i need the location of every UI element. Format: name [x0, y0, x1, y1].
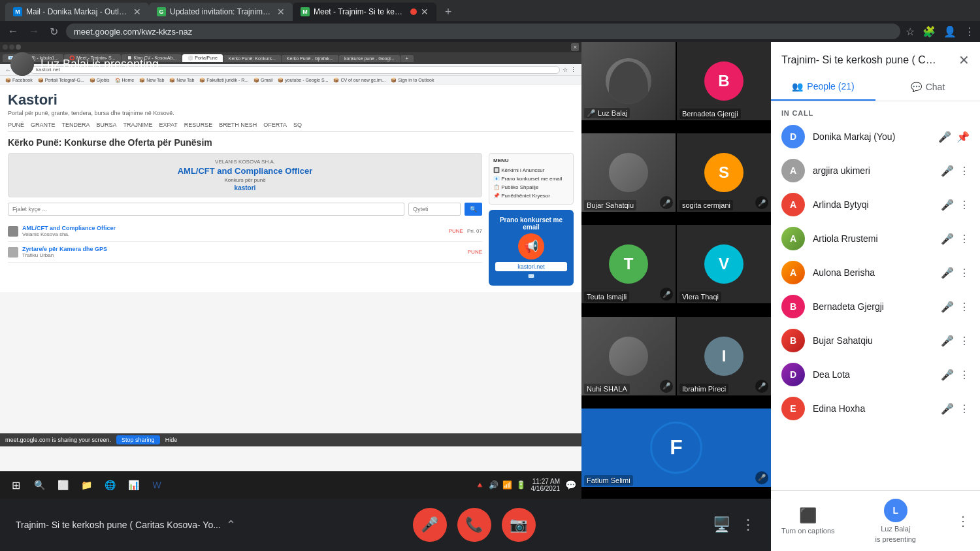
windows-taskbar: ⊞ 🔍 ⬜ 📁 🌐 📊 W 🔺🔊📶🔋 [0, 471, 581, 499]
ad-brand-label: kastori [14, 184, 476, 192]
more-presenting-options[interactable]: ⋮ [956, 513, 970, 529]
participant-name-ibrahim: Ibrahim Pireci [679, 385, 728, 393]
participant-name-bernadeta: Bernadeta Gjergji [679, 110, 741, 118]
participant-name-luz: 🎤 Luz Balaj [584, 109, 630, 118]
mute-button[interactable]: 🎤 [413, 508, 447, 542]
email-box-brand: kastori.net [495, 262, 567, 271]
address-bar: ← → ↻ meet.google.com/kwz-kkzs-naz ☆ 🧩 👤… [0, 21, 980, 42]
file-explorer-app[interactable]: 📁 [76, 475, 97, 495]
captions-label: Turn on captions [781, 527, 835, 535]
avatar-dea: D [781, 363, 805, 386]
icons-arlinda: 🎤 ⋮ [941, 199, 970, 211]
menu-icon[interactable]: ⋮ [964, 25, 975, 38]
name-arlinda: Arlinda Bytyqi [813, 199, 933, 210]
participant-tile-ibrahim: I Ibrahim Pireci 🎤 [677, 317, 771, 395]
windows-start[interactable]: ⊞ [5, 475, 26, 495]
avatar-aulona: A [781, 261, 805, 284]
close-tab-2[interactable]: ✕ [277, 7, 285, 17]
camera-button[interactable]: 📷 [502, 508, 536, 542]
refresh-button[interactable]: ↻ [47, 23, 61, 41]
bookmark-icon[interactable]: ☆ [906, 25, 915, 38]
more-icon-dea[interactable]: ⋮ [959, 369, 970, 381]
participant-name-vlera: Vlera Thaqi [679, 293, 721, 301]
url-bar[interactable]: meet.google.com/kwz-kkzs-naz [66, 24, 900, 39]
mute-icon-bujar: 🎤 [941, 335, 954, 347]
participant-row-argjira: A argjira ukimeri 🎤 ⋮ [771, 154, 980, 188]
participant-name-nuhi: Nuhi SHALA [584, 385, 630, 393]
hide-button[interactable]: Hide [165, 437, 178, 443]
icons-dea: 🎤 ⋮ [941, 369, 970, 381]
word-app[interactable]: W [146, 475, 167, 495]
job2-title: Zyrtare/e për Kamera dhe GPS [22, 246, 464, 252]
back-button[interactable]: ← [5, 23, 21, 40]
job-search-input[interactable] [8, 203, 404, 216]
forward-button[interactable]: → [26, 23, 42, 40]
more-options-icon[interactable]: ⋮ [741, 516, 755, 533]
more-icon-arlinda[interactable]: ⋮ [959, 199, 970, 211]
video-area: Luz Balaj is presenting ✕ 📧 [0, 42, 771, 551]
more-icon-bujar[interactable]: ⋮ [959, 335, 970, 347]
mute-teuta: 🎤 [660, 288, 673, 301]
close-sidebar-button[interactable]: ✕ [958, 52, 970, 68]
sidebar-header: Trajnim- Si te kerkosh pune ( Cari... ✕ [771, 42, 980, 68]
website-heading: Kërko Punë: Konkurse dhe Oferta për Punë… [8, 137, 574, 148]
system-time: 11:27 AM 4/16/2021 [531, 478, 561, 492]
avatar-arlinda: A [781, 193, 805, 216]
present-icon[interactable]: 🖥️ [713, 516, 730, 533]
mute-icon-bernadeta: 🎤 [941, 301, 954, 313]
email-box-title: Prano konkurset me email [495, 216, 567, 231]
in-call-label: IN CALL [771, 101, 980, 120]
sidebar-footer: ⬛ Turn on captions L Luz Balaj is presen… [771, 490, 980, 551]
avatar-edina: E [781, 397, 805, 420]
edge-app[interactable]: 🌐 [99, 475, 120, 495]
stop-sharing-button[interactable]: Stop sharing [116, 435, 160, 444]
task-view-app[interactable]: ⬜ [52, 475, 73, 495]
turn-on-captions-button[interactable]: ⬛ Turn on captions [781, 507, 835, 535]
new-tab-button[interactable]: + [439, 3, 457, 21]
more-icon-bernadeta[interactable]: ⋮ [959, 301, 970, 313]
participant-name-teuta: Teuta Ismajli [584, 293, 629, 301]
luz-presenting-avatar: L [884, 499, 907, 522]
sys-tray: 🔺🔊📶🔋 [475, 480, 526, 490]
mute-nuhi: 🎤 [660, 380, 673, 393]
more-icon-argjira[interactable]: ⋮ [959, 165, 970, 177]
city-input[interactable] [408, 203, 461, 216]
avatar-bujar-list: B [781, 329, 805, 352]
pin-icon-donika[interactable]: 📌 [956, 131, 970, 143]
search-app[interactable]: 🔍 [29, 475, 50, 495]
icons-artiola: 🎤 ⋮ [941, 233, 970, 245]
close-tab-3[interactable]: ✕ [421, 7, 429, 17]
tab-gmail[interactable]: G Updated invitation: Trajnim- Si te... … [149, 3, 293, 21]
more-icon-artiola[interactable]: ⋮ [959, 233, 970, 245]
name-aulona: Aulona Berisha [813, 267, 933, 278]
close-tab-1[interactable]: ✕ [133, 7, 141, 17]
tab-people[interactable]: 👥 People (21) [771, 73, 875, 101]
participant-tile-sogita: S sogita cermjani 🎤 [677, 133, 771, 212]
notifications-button[interactable]: 💬 [565, 480, 576, 490]
search-button[interactable]: 🔍 [465, 203, 482, 216]
name-bernadeta-list: Bernadeta Gjergji [813, 301, 933, 312]
job1-title: AML/CFT and Compliance Officer [22, 225, 445, 231]
more-icon-edina[interactable]: ⋮ [959, 403, 970, 415]
end-call-button[interactable]: 📞 [457, 508, 491, 542]
more-icon-aulona[interactable]: ⋮ [959, 267, 970, 279]
participant-row-dea: D Dea Lota 🎤 ⋮ [771, 358, 980, 392]
participants-grid: 🎤 Luz Balaj B Bernadeta Gjergji [581, 42, 771, 499]
tab-outlook[interactable]: M Mail - Donika Markaj - Outlook ✕ [5, 3, 149, 21]
account-icon[interactable]: 👤 [943, 25, 956, 38]
icons-donika: 🎤 📌 [938, 131, 970, 143]
excel-app[interactable]: 📊 [123, 475, 144, 495]
meeting-title-text: Trajnim- Si te kerkosh pune ( Caritas Ko… [16, 520, 221, 530]
icons-bujar: 🎤 ⋮ [941, 335, 970, 347]
participant-tile-vlera: V Vlera Thaqi [677, 225, 771, 303]
name-dea: Dea Lota [813, 369, 933, 380]
expand-icon[interactable]: ⌃ [226, 518, 236, 532]
captions-icon: ⬛ [799, 507, 817, 524]
mute-icon-artiola: 🎤 [941, 233, 954, 245]
tab-chat[interactable]: 💬 Chat [875, 73, 980, 101]
job1-company: Velanis Kosova sha. [22, 231, 445, 237]
mute-fatlum: 🎤 [755, 471, 768, 484]
tab-meet[interactable]: M Meet - Trajnim- Si te kerkosh... ✕ [293, 3, 436, 21]
extensions-icon[interactable]: 🧩 [923, 25, 936, 38]
participant-name-bujar: Bujar Sahatqiu [584, 201, 636, 209]
